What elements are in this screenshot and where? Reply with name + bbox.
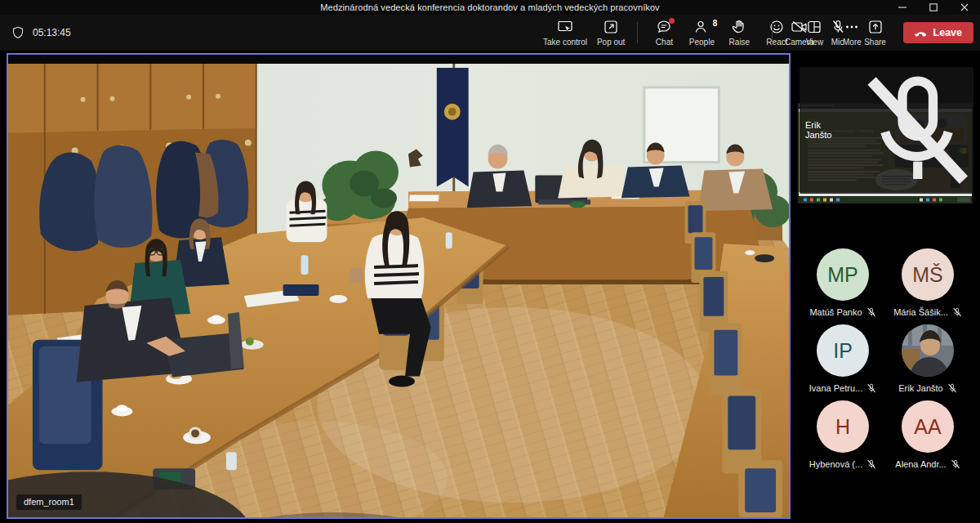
pop-out-label: Pop out bbox=[597, 38, 625, 47]
participant-mic-off-icon bbox=[952, 307, 962, 317]
mic-label: Mic bbox=[831, 38, 844, 47]
participant-initials-avatar: MŠ bbox=[902, 248, 954, 301]
participant-tile[interactable]: MŠMária Šášik... bbox=[885, 248, 970, 317]
camera-off-icon bbox=[791, 19, 808, 35]
take-control-button[interactable]: Take control bbox=[539, 16, 591, 50]
presenter-name: Erik Janšto bbox=[805, 120, 831, 140]
share-label: Share bbox=[864, 38, 886, 47]
close-icon bbox=[960, 3, 969, 11]
participant-name: Erik Janšto bbox=[898, 383, 942, 393]
raise-hand-button[interactable]: Raise bbox=[721, 16, 757, 50]
presenter-name-label: Erik Janšto bbox=[800, 67, 973, 194]
take-control-label: Take control bbox=[543, 38, 587, 47]
leave-button[interactable]: Leave bbox=[903, 22, 973, 43]
participant-name: Ivana Petru... bbox=[809, 383, 862, 393]
participant-name: Hybenová (... bbox=[809, 459, 862, 469]
toolbar-divider bbox=[637, 22, 638, 43]
participant-tile[interactable]: Erik Janšto bbox=[885, 324, 970, 393]
chat-notification-dot bbox=[669, 18, 675, 24]
take-control-icon bbox=[557, 19, 573, 35]
close-button[interactable] bbox=[949, 0, 980, 15]
participant-initials-avatar: IP bbox=[817, 324, 869, 377]
screen-share-thumbnail[interactable]: 04/ Qualitative research – results bbox=[797, 103, 973, 203]
share-icon bbox=[867, 19, 884, 35]
pop-out-button[interactable]: Pop out bbox=[593, 16, 629, 50]
share-button[interactable]: Share bbox=[858, 16, 893, 50]
participant-mic-off-icon bbox=[866, 307, 876, 317]
participant-name: Alena Andr... bbox=[895, 459, 946, 469]
participant-tile[interactable]: MPMatúš Panko bbox=[800, 248, 885, 317]
participant-tile[interactable]: IPIvana Petru... bbox=[800, 324, 885, 393]
participant-name: Mária Šášik... bbox=[893, 307, 948, 317]
presenter-mic-off-icon bbox=[835, 69, 980, 191]
hangup-icon bbox=[915, 26, 928, 39]
pop-out-icon bbox=[603, 19, 619, 35]
participant-name-row: Ivana Petru... bbox=[809, 383, 876, 393]
chat-label: Chat bbox=[656, 38, 673, 47]
participant-initials-avatar: MP bbox=[817, 248, 869, 301]
call-toolbar: 05:13:45 Take control Pop out bbox=[0, 15, 980, 51]
main-area: dfem_room1 04/ Qualitative research – re… bbox=[0, 51, 980, 523]
window-titlebar: Medzinárodná vedecká konferencia doktora… bbox=[0, 0, 980, 15]
leave-label: Leave bbox=[933, 27, 962, 38]
people-label: People bbox=[689, 38, 715, 47]
participant-name-row: Alena Andr... bbox=[895, 459, 960, 469]
room-video-frame bbox=[8, 55, 789, 517]
participant-name-row: Matúš Panko bbox=[809, 307, 875, 317]
mic-button[interactable]: Mic bbox=[820, 16, 856, 50]
participant-mic-off-icon bbox=[866, 459, 876, 469]
room-name-label: dfem_room1 bbox=[16, 494, 82, 510]
participant-grid: MPMatúš PankoMŠMária Šášik...IPIvana Pet… bbox=[791, 248, 980, 469]
participant-initials-avatar: AA bbox=[902, 400, 954, 453]
participant-mic-off-icon bbox=[947, 383, 957, 393]
minimize-icon bbox=[898, 3, 906, 11]
minimize-button[interactable] bbox=[887, 0, 918, 15]
participant-initials-avatar: H bbox=[817, 400, 869, 453]
toolbar-right: Camera Mic Share Leave bbox=[765, 15, 973, 51]
people-count: 8 bbox=[713, 19, 718, 28]
call-timer-area: 05:13:45 bbox=[11, 26, 71, 39]
mic-off-icon bbox=[830, 19, 846, 35]
shield-icon bbox=[11, 26, 24, 39]
participant-mic-off-icon bbox=[951, 459, 960, 469]
participant-name-row: Mária Šášik... bbox=[893, 307, 962, 317]
participant-tile[interactable]: HHybenová (... bbox=[800, 400, 885, 469]
raise-hand-icon bbox=[731, 19, 747, 35]
maximize-icon bbox=[929, 3, 938, 11]
teams-meeting-window: Medzinárodná vedecká konferencia doktora… bbox=[0, 0, 980, 523]
participant-photo-avatar bbox=[902, 324, 954, 377]
window-controls bbox=[887, 0, 980, 15]
participant-mic-off-icon bbox=[866, 383, 876, 393]
camera-button[interactable]: Camera bbox=[781, 16, 818, 50]
meeting-title: Medzinárodná vedecká konferencia doktora… bbox=[320, 2, 659, 12]
people-button[interactable]: 8 People bbox=[684, 16, 719, 50]
toolbar-divider-right bbox=[772, 22, 773, 43]
participant-tile[interactable]: AAAlena Andr... bbox=[885, 400, 970, 469]
people-icon: 8 bbox=[693, 19, 710, 35]
chat-button[interactable]: Chat bbox=[646, 16, 682, 50]
participant-name: Matúš Panko bbox=[809, 307, 862, 317]
call-timer: 05:13:45 bbox=[33, 27, 71, 38]
raise-hand-label: Raise bbox=[729, 38, 751, 47]
camera-label: Camera bbox=[785, 38, 814, 47]
room-video-tile[interactable]: dfem_room1 bbox=[7, 53, 791, 519]
participants-sidebar: 04/ Qualitative research – results bbox=[791, 101, 980, 523]
maximize-button[interactable] bbox=[918, 0, 949, 15]
participant-name-row: Hybenová (... bbox=[809, 459, 876, 469]
participant-name-row: Erik Janšto bbox=[898, 383, 956, 393]
chat-icon bbox=[656, 19, 672, 35]
